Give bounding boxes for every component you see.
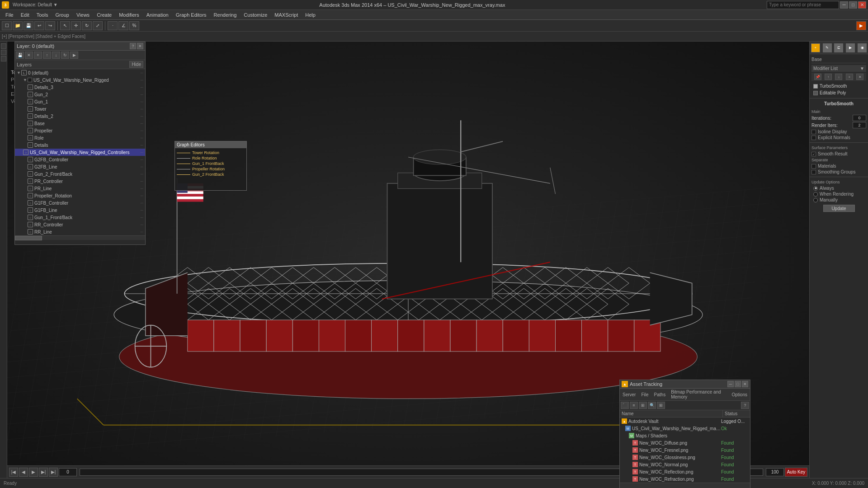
asset-item-glossiness[interactable]: T New_WOC_Glossiness.png Found (620, 454, 750, 461)
layers-close-btn[interactable]: ✕ (137, 43, 143, 49)
layer-item-tower[interactable]: ○ Tower ··· (15, 105, 145, 113)
select-btn[interactable]: ↖ (60, 21, 70, 30)
rotate-btn[interactable]: ↻ (82, 21, 92, 30)
menu-tools[interactable]: Tools (33, 11, 52, 19)
menu-edit[interactable]: Edit (17, 11, 33, 19)
create-tab[interactable]: + (811, 43, 820, 52)
layer-item-pr-ctrl[interactable]: ○ PR_Controller ··· (15, 178, 145, 185)
mod-delete-btn[interactable]: ✕ (856, 74, 863, 80)
anim-start-btn[interactable]: |◀ (9, 468, 18, 477)
materials-checkbox[interactable] (811, 164, 816, 169)
render-btn[interactable]: ▶ (856, 21, 866, 30)
layers-new-btn[interactable]: 💾 (16, 52, 24, 59)
smooth-result-checkbox[interactable] (811, 152, 816, 156)
left-tool-2[interactable] (1, 50, 6, 55)
anim-key-btn[interactable]: Auto Key (785, 468, 807, 477)
layer-options[interactable]: ··· (140, 71, 143, 75)
layer-options-2[interactable]: ··· (140, 78, 143, 82)
layers-add-btn[interactable]: + (34, 52, 42, 59)
modifier-item-turbosmooth[interactable]: TurboSmooth (811, 83, 866, 89)
menu-group[interactable]: Group (52, 11, 73, 19)
layers-play-btn[interactable]: ▶ (70, 52, 78, 59)
layer-item-g1fb-ctrl[interactable]: ○ G1FB_Controller ··· (15, 199, 145, 206)
percent-snap-btn[interactable]: % (129, 21, 139, 30)
close-button[interactable]: ✕ (858, 1, 866, 9)
asset-hscrollbar[interactable] (620, 483, 750, 488)
asset-maximize-btn[interactable]: □ (735, 381, 741, 387)
layer-item-gun2-fb[interactable]: ○ Gun_2_Front/Back ··· (15, 170, 145, 178)
asset-menu-bitmap[interactable]: Bitmap Performance and Memory (670, 389, 727, 400)
menu-customize[interactable]: Customize (240, 11, 271, 19)
when-rendering-radio[interactable] (813, 192, 818, 197)
smoothing-groups-checkbox[interactable] (811, 170, 816, 174)
new-btn[interactable]: ☐ (2, 21, 12, 30)
anim-next-btn[interactable]: ▶| (39, 468, 48, 477)
asset-btn-5[interactable]: ⊞ (657, 402, 665, 409)
move-btn[interactable]: ✛ (71, 21, 81, 30)
menu-graph-editors[interactable]: Graph Editors (172, 11, 210, 19)
ts-iterations-input[interactable] (853, 115, 866, 121)
layer-item-role[interactable]: ○ Role ··· (15, 134, 145, 141)
layers-help-btn[interactable]: ? (130, 43, 136, 49)
maximize-button[interactable]: □ (849, 1, 857, 9)
asset-item-diffuse[interactable]: T New_WOC_Diffuse.png Found (620, 439, 750, 446)
anim-play-btn[interactable]: ▶ (29, 468, 38, 477)
minimize-button[interactable]: ─ (840, 1, 848, 9)
modifier-list-arrow[interactable]: ▼ (860, 66, 864, 71)
menu-rendering[interactable]: Rendering (210, 11, 241, 19)
layer-item-gun1[interactable]: ○ Gun_1 ··· (15, 98, 145, 105)
always-radio[interactable] (813, 186, 818, 191)
asset-close-btn[interactable]: ✕ (742, 381, 748, 387)
modify-tab[interactable]: ✎ (823, 43, 832, 52)
layer-item-default[interactable]: ▼ L 0 (default) ··· (15, 69, 145, 76)
redo-btn[interactable]: ↪ (45, 21, 55, 30)
layer-item-details2[interactable]: ○ Details_2 ··· (15, 113, 145, 120)
menu-animation[interactable]: Animation (143, 11, 172, 19)
frame-end-input[interactable] (766, 468, 784, 476)
asset-item-normal[interactable]: T New_WOC_Normal.png Found (620, 461, 750, 468)
save-btn[interactable]: 💾 (24, 21, 33, 30)
asset-btn-2[interactable]: ≡ (630, 402, 638, 409)
asset-btn-4[interactable]: 🔍 (648, 402, 656, 409)
undo-btn[interactable]: ↩ (34, 21, 44, 30)
hierarchy-tab[interactable]: ⊏ (834, 43, 843, 52)
modifier-item-editablepoly[interactable]: Editable Poly (811, 89, 866, 96)
update-button[interactable]: Update (823, 205, 855, 212)
layers-up-btn[interactable]: ↑ (43, 52, 51, 59)
menu-help[interactable]: Help (302, 11, 319, 19)
turbosmooth-checkbox[interactable] (813, 84, 818, 89)
layer-item-g2fb-line[interactable]: ○ G2FB_Line ··· (15, 163, 145, 170)
frame-input[interactable] (59, 468, 77, 476)
layer-item-prop-rot[interactable]: ○ Propeller_Rotation ··· (15, 192, 145, 199)
manually-radio[interactable] (813, 198, 818, 202)
layer-checkbox[interactable] (28, 78, 32, 82)
mod-up-btn[interactable]: ↑ (825, 74, 832, 80)
asset-menu-file[interactable]: File (640, 392, 649, 398)
layer-item-g2fb-ctrl[interactable]: ○ G2FB_Controller ··· (15, 156, 145, 163)
menu-views[interactable]: Views (73, 11, 93, 19)
asset-item-fresnel[interactable]: T New_WOC_Fresnel.png Found (620, 446, 750, 454)
asset-item-max-file[interactable]: M US_Civil_War_Warship_New_Rigged_max_vr… (620, 425, 750, 432)
menu-modifiers[interactable]: Modifiers (115, 11, 143, 19)
menu-file[interactable]: File (2, 11, 17, 19)
layers-delete-btn[interactable]: ✕ (25, 52, 33, 59)
layer-item-details3[interactable]: ○ Details_3 ··· (15, 84, 145, 91)
editablepoly-checkbox[interactable] (813, 91, 818, 95)
asset-menu-options[interactable]: Options (731, 392, 748, 398)
asset-item-maps[interactable]: M Maps / Shaders (620, 432, 750, 439)
layers-hscrollbar-thumb[interactable] (15, 236, 42, 240)
layer-item-propeller[interactable]: ○ Propeller ··· (15, 127, 145, 134)
ts-explicit-checkbox[interactable] (811, 136, 816, 140)
layers-down-btn[interactable]: ↓ (52, 52, 60, 59)
ts-render-iters-input[interactable] (853, 122, 866, 128)
motion-tab[interactable]: ▶ (846, 43, 855, 52)
layer-item-pr-line[interactable]: ○ PR_Line ··· (15, 185, 145, 192)
asset-btn-1[interactable]: ⬛ (621, 402, 629, 409)
search-input[interactable] (767, 1, 839, 9)
asset-minimize-btn[interactable]: ─ (727, 381, 734, 387)
angle-snap-btn[interactable]: ∠ (118, 21, 128, 30)
viewport-3d[interactable]: Total Polys: 707 088 Tris: 707 088 Edges… (7, 42, 809, 488)
open-btn[interactable]: 📁 (13, 21, 23, 30)
asset-item-vault[interactable]: ▲ Autodesk Vault Logged O... (620, 418, 750, 425)
layers-list[interactable]: ▼ L 0 (default) ··· ▼ US_Civil_War_Warsh… (15, 69, 145, 235)
